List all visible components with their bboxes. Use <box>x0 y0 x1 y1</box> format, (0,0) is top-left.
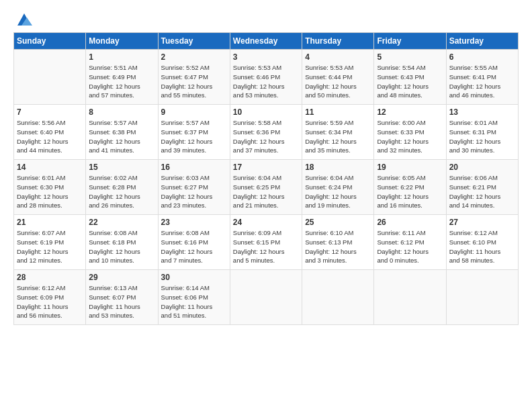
calendar-cell <box>374 270 446 325</box>
day-info: Sunrise: 6:00 AM Sunset: 6:33 PM Dayligh… <box>377 118 443 155</box>
calendar-cell: 28Sunrise: 6:12 AM Sunset: 6:09 PM Dayli… <box>14 270 86 325</box>
day-number: 29 <box>89 273 154 282</box>
day-info: Sunrise: 6:12 AM Sunset: 6:10 PM Dayligh… <box>449 228 515 265</box>
calendar-cell: 10Sunrise: 5:58 AM Sunset: 6:36 PM Dayli… <box>230 105 302 160</box>
day-number: 11 <box>305 107 371 117</box>
calendar-table: SundayMondayTuesdayWednesdayThursdayFrid… <box>13 32 519 325</box>
day-number: 16 <box>161 163 227 172</box>
day-number: 23 <box>161 218 227 227</box>
day-info: Sunrise: 5:53 AM Sunset: 6:46 PM Dayligh… <box>233 63 299 100</box>
day-number: 8 <box>89 107 154 117</box>
calendar-cell: 11Sunrise: 5:59 AM Sunset: 6:34 PM Dayli… <box>302 105 374 160</box>
day-info: Sunrise: 6:04 AM Sunset: 6:24 PM Dayligh… <box>305 173 371 210</box>
day-info: Sunrise: 6:14 AM Sunset: 6:06 PM Dayligh… <box>161 283 227 320</box>
calendar-cell <box>14 50 86 105</box>
calendar-cell: 12Sunrise: 6:00 AM Sunset: 6:33 PM Dayli… <box>374 105 446 160</box>
day-info: Sunrise: 5:56 AM Sunset: 6:40 PM Dayligh… <box>17 118 83 155</box>
calendar-cell: 25Sunrise: 6:10 AM Sunset: 6:13 PM Dayli… <box>302 215 374 270</box>
weekday-tuesday: Tuesday <box>158 33 230 50</box>
day-number: 14 <box>17 163 83 172</box>
calendar-cell: 29Sunrise: 6:13 AM Sunset: 6:07 PM Dayli… <box>86 270 158 325</box>
calendar-cell: 8Sunrise: 5:57 AM Sunset: 6:38 PM Daylig… <box>86 105 158 160</box>
logo <box>13 12 34 27</box>
calendar-week-2: 7Sunrise: 5:56 AM Sunset: 6:40 PM Daylig… <box>14 105 519 160</box>
calendar-cell: 23Sunrise: 6:08 AM Sunset: 6:16 PM Dayli… <box>158 215 230 270</box>
calendar-cell: 7Sunrise: 5:56 AM Sunset: 6:40 PM Daylig… <box>14 105 86 160</box>
day-number: 19 <box>377 163 443 172</box>
calendar-cell: 9Sunrise: 5:57 AM Sunset: 6:37 PM Daylig… <box>158 105 230 160</box>
calendar-body: 1Sunrise: 5:51 AM Sunset: 6:49 PM Daylig… <box>14 50 519 325</box>
day-number: 1 <box>89 52 154 62</box>
day-number: 3 <box>233 52 299 62</box>
day-number: 12 <box>377 107 443 117</box>
day-info: Sunrise: 6:07 AM Sunset: 6:19 PM Dayligh… <box>17 228 83 265</box>
calendar-cell: 4Sunrise: 5:53 AM Sunset: 6:44 PM Daylig… <box>302 50 374 105</box>
header <box>13 12 519 27</box>
calendar-cell: 27Sunrise: 6:12 AM Sunset: 6:10 PM Dayli… <box>446 215 518 270</box>
day-info: Sunrise: 5:58 AM Sunset: 6:36 PM Dayligh… <box>233 118 299 155</box>
day-info: Sunrise: 5:59 AM Sunset: 6:34 PM Dayligh… <box>305 118 371 155</box>
day-number: 6 <box>449 52 515 62</box>
weekday-thursday: Thursday <box>302 33 374 50</box>
day-number: 24 <box>233 218 299 227</box>
calendar-cell: 5Sunrise: 5:54 AM Sunset: 6:43 PM Daylig… <box>374 50 446 105</box>
day-info: Sunrise: 5:55 AM Sunset: 6:41 PM Dayligh… <box>449 63 515 100</box>
day-number: 10 <box>233 107 299 117</box>
calendar-cell: 3Sunrise: 5:53 AM Sunset: 6:46 PM Daylig… <box>230 50 302 105</box>
day-number: 18 <box>305 163 371 172</box>
calendar-cell: 13Sunrise: 6:01 AM Sunset: 6:31 PM Dayli… <box>446 105 518 160</box>
day-info: Sunrise: 5:52 AM Sunset: 6:47 PM Dayligh… <box>161 63 227 100</box>
calendar-cell: 16Sunrise: 6:03 AM Sunset: 6:27 PM Dayli… <box>158 160 230 215</box>
calendar-cell: 2Sunrise: 5:52 AM Sunset: 6:47 PM Daylig… <box>158 50 230 105</box>
weekday-friday: Friday <box>374 33 446 50</box>
logo-icon <box>15 12 34 27</box>
day-number: 13 <box>449 107 515 117</box>
day-info: Sunrise: 6:13 AM Sunset: 6:07 PM Dayligh… <box>89 283 154 320</box>
day-info: Sunrise: 5:57 AM Sunset: 6:38 PM Dayligh… <box>89 118 154 155</box>
calendar-cell: 20Sunrise: 6:06 AM Sunset: 6:21 PM Dayli… <box>446 160 518 215</box>
day-number: 20 <box>449 163 515 172</box>
day-number: 7 <box>17 107 83 117</box>
calendar-cell: 24Sunrise: 6:09 AM Sunset: 6:15 PM Dayli… <box>230 215 302 270</box>
calendar-cell: 22Sunrise: 6:08 AM Sunset: 6:18 PM Dayli… <box>86 215 158 270</box>
day-info: Sunrise: 6:06 AM Sunset: 6:21 PM Dayligh… <box>449 173 515 210</box>
day-number: 22 <box>89 218 154 227</box>
day-info: Sunrise: 6:01 AM Sunset: 6:30 PM Dayligh… <box>17 173 83 210</box>
day-number: 30 <box>161 273 227 282</box>
day-info: Sunrise: 6:08 AM Sunset: 6:16 PM Dayligh… <box>161 228 227 265</box>
weekday-sunday: Sunday <box>14 33 86 50</box>
calendar-week-5: 28Sunrise: 6:12 AM Sunset: 6:09 PM Dayli… <box>14 270 519 325</box>
calendar-cell <box>446 270 518 325</box>
weekday-wednesday: Wednesday <box>230 33 302 50</box>
calendar-week-3: 14Sunrise: 6:01 AM Sunset: 6:30 PM Dayli… <box>14 160 519 215</box>
day-info: Sunrise: 6:04 AM Sunset: 6:25 PM Dayligh… <box>233 173 299 210</box>
day-info: Sunrise: 5:53 AM Sunset: 6:44 PM Dayligh… <box>305 63 371 100</box>
day-number: 17 <box>233 163 299 172</box>
day-number: 4 <box>305 52 371 62</box>
day-number: 25 <box>305 218 371 227</box>
day-info: Sunrise: 6:01 AM Sunset: 6:31 PM Dayligh… <box>449 118 515 155</box>
day-info: Sunrise: 6:05 AM Sunset: 6:22 PM Dayligh… <box>377 173 443 210</box>
day-info: Sunrise: 5:57 AM Sunset: 6:37 PM Dayligh… <box>161 118 227 155</box>
calendar-week-4: 21Sunrise: 6:07 AM Sunset: 6:19 PM Dayli… <box>14 215 519 270</box>
weekday-header-row: SundayMondayTuesdayWednesdayThursdayFrid… <box>14 33 519 50</box>
day-info: Sunrise: 6:03 AM Sunset: 6:27 PM Dayligh… <box>161 173 227 210</box>
day-info: Sunrise: 6:11 AM Sunset: 6:12 PM Dayligh… <box>377 228 443 265</box>
day-number: 15 <box>89 163 154 172</box>
calendar-cell: 21Sunrise: 6:07 AM Sunset: 6:19 PM Dayli… <box>14 215 86 270</box>
day-number: 2 <box>161 52 227 62</box>
calendar-cell: 14Sunrise: 6:01 AM Sunset: 6:30 PM Dayli… <box>14 160 86 215</box>
calendar-cell: 6Sunrise: 5:55 AM Sunset: 6:41 PM Daylig… <box>446 50 518 105</box>
day-number: 5 <box>377 52 443 62</box>
calendar-cell: 17Sunrise: 6:04 AM Sunset: 6:25 PM Dayli… <box>230 160 302 215</box>
calendar-cell: 18Sunrise: 6:04 AM Sunset: 6:24 PM Dayli… <box>302 160 374 215</box>
calendar-cell <box>302 270 374 325</box>
calendar-cell: 26Sunrise: 6:11 AM Sunset: 6:12 PM Dayli… <box>374 215 446 270</box>
day-info: Sunrise: 6:10 AM Sunset: 6:13 PM Dayligh… <box>305 228 371 265</box>
day-info: Sunrise: 5:54 AM Sunset: 6:43 PM Dayligh… <box>377 63 443 100</box>
day-number: 26 <box>377 218 443 227</box>
day-number: 28 <box>17 273 83 282</box>
calendar-cell: 1Sunrise: 5:51 AM Sunset: 6:49 PM Daylig… <box>86 50 158 105</box>
calendar-cell: 19Sunrise: 6:05 AM Sunset: 6:22 PM Dayli… <box>374 160 446 215</box>
weekday-saturday: Saturday <box>446 33 518 50</box>
